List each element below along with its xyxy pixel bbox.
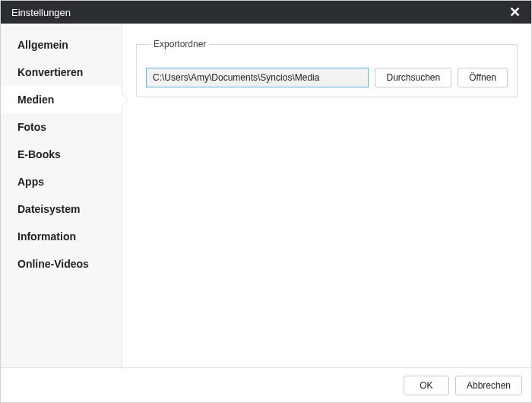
export-path-input[interactable] xyxy=(146,68,369,87)
dialog-body: Allgemein Konvertieren Medien Fotos E-Bo… xyxy=(1,24,531,367)
content-area: Exportordner Durchsuchen Öffnen xyxy=(122,24,531,367)
sidebar-item-dateisystem[interactable]: Dateisystem xyxy=(1,195,122,223)
sidebar-item-label: E-Books xyxy=(17,148,61,160)
sidebar: Allgemein Konvertieren Medien Fotos E-Bo… xyxy=(1,24,122,367)
sidebar-item-medien[interactable]: Medien xyxy=(1,86,122,113)
sidebar-item-label: Medien xyxy=(17,94,54,106)
sidebar-item-apps[interactable]: Apps xyxy=(1,168,122,195)
sidebar-item-ebooks[interactable]: E-Books xyxy=(1,141,122,168)
close-icon[interactable]: ✕ xyxy=(506,5,524,19)
sidebar-item-label: Apps xyxy=(17,176,44,188)
sidebar-item-online-videos[interactable]: Online-Videos xyxy=(1,250,122,278)
open-button[interactable]: Öffnen xyxy=(458,68,508,87)
browse-button[interactable]: Durchsuchen xyxy=(375,68,451,87)
ok-button[interactable]: OK xyxy=(404,376,449,395)
sidebar-item-label: Information xyxy=(17,230,76,243)
export-folder-row: Durchsuchen Öffnen xyxy=(146,68,508,87)
titlebar: Einstellungen ✕ xyxy=(1,1,531,24)
sidebar-item-label: Online-Videos xyxy=(17,258,89,270)
export-folder-group: Exportordner Durchsuchen Öffnen xyxy=(136,39,518,97)
sidebar-item-label: Konvertieren xyxy=(17,66,83,78)
settings-window: Einstellungen ✕ Allgemein Konvertieren M… xyxy=(0,0,532,403)
sidebar-item-label: Fotos xyxy=(17,121,46,133)
export-folder-legend: Exportordner xyxy=(150,39,209,49)
sidebar-item-fotos[interactable]: Fotos xyxy=(1,113,122,141)
sidebar-item-label: Dateisystem xyxy=(17,203,81,215)
cancel-button[interactable]: Abbrechen xyxy=(455,376,522,395)
sidebar-item-konvertieren[interactable]: Konvertieren xyxy=(1,59,122,86)
sidebar-item-allgemein[interactable]: Allgemein xyxy=(1,31,122,59)
sidebar-item-label: Allgemein xyxy=(17,39,68,51)
window-title: Einstellungen xyxy=(11,7,506,18)
dialog-footer: OK Abbrechen xyxy=(1,367,531,402)
sidebar-item-information[interactable]: Information xyxy=(1,223,122,250)
